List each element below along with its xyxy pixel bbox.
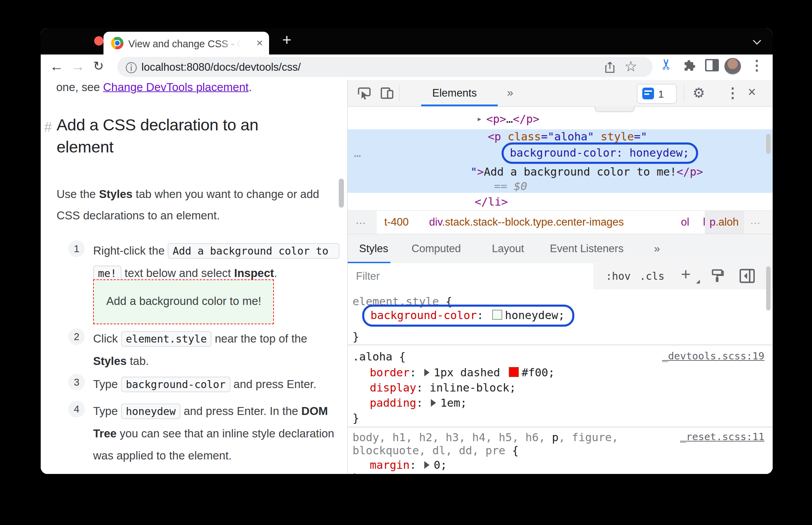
stylesheet-source-link[interactable]: _reset.scss:11 — [680, 431, 764, 443]
text-token: =" — [634, 130, 647, 143]
inspect-element-icon[interactable] — [357, 86, 372, 101]
devtools-menu-icon[interactable]: ⋮ — [726, 85, 740, 101]
profile-avatar[interactable] — [724, 58, 741, 75]
tab-computed[interactable]: Computed — [412, 242, 461, 255]
close-window-button[interactable] — [94, 36, 103, 46]
site-info-icon[interactable]: ⓘ — [126, 60, 137, 76]
dom-node-menu-icon[interactable]: … — [354, 146, 362, 160]
heading-anchor-hash[interactable]: # — [44, 119, 52, 135]
address-bar[interactable]: ⓘ localhost:8080/docs/devtools/css/ ☆ — [117, 57, 653, 77]
text-token: { — [512, 444, 518, 457]
tab-event-listeners[interactable]: Event Listeners — [550, 242, 624, 255]
more-panels-icon[interactable]: » — [507, 86, 513, 99]
device-toolbar-icon[interactable] — [379, 86, 395, 101]
step-number: 1 — [68, 240, 85, 257]
css-declaration[interactable]: display: inline-block; — [370, 381, 516, 394]
breadcrumb-item[interactable]: t-400 — [384, 216, 409, 228]
toolbar-separator — [684, 85, 684, 102]
rendering-emulation-icon[interactable] — [709, 268, 725, 284]
styles-filter-input[interactable]: Filter — [348, 263, 593, 289]
rule-close-brace: } — [353, 330, 359, 343]
doc-scrollbar-thumb[interactable] — [339, 179, 344, 208]
tab-search-chevron-icon[interactable] — [753, 37, 761, 44]
css-declaration[interactable]: padding: 1em; — [370, 396, 467, 409]
text-token: .stack.stack--block.type.center-images — [442, 216, 624, 228]
doc-paragraph: Use the Styles tab when you want to chan… — [57, 184, 343, 226]
breadcrumb-item[interactable]: div.stack.stack--block.type.center-image… — [429, 216, 624, 228]
color-swatch[interactable] — [509, 367, 519, 377]
step-number: 2 — [68, 328, 85, 345]
text-token: display — [370, 381, 416, 394]
dom-tree-row[interactable]: ▸<p>…</p> — [477, 112, 539, 126]
devtools-close-icon[interactable]: × — [748, 84, 756, 100]
breadcrumb-item-selected[interactable]: p.aloh — [705, 211, 743, 234]
text-token: .aloh — [715, 216, 739, 228]
rule-selector[interactable]: blockquote, dl, dd, pre { — [353, 444, 519, 457]
text-token: $0 — [514, 180, 527, 193]
expand-arrow-icon[interactable] — [431, 399, 436, 407]
text-token: figure, — [572, 431, 618, 444]
more-style-tabs-icon[interactable]: » — [654, 242, 660, 255]
text-token: Inspect — [234, 267, 274, 279]
text-token: . — [274, 267, 277, 279]
declaration-highlight-ring[interactable]: background-color: honeydew; — [362, 305, 574, 327]
text-token: class — [501, 130, 541, 143]
side-panel-icon[interactable] — [705, 59, 719, 71]
text-token: blockquote, dl, dd, pre — [353, 444, 512, 457]
devtools-placement-link[interactable]: Change DevTools placement — [103, 81, 249, 93]
expand-arrow-icon[interactable] — [424, 369, 429, 376]
toolbar-separator — [399, 85, 400, 102]
dom-tree: ▸<p>…</p> … <p class="aloha" style=" bac… — [348, 106, 773, 210]
scissors-extension-icon[interactable]: ✂ — [658, 58, 675, 70]
expand-arrow-icon[interactable] — [424, 461, 429, 469]
tab-styles[interactable]: Styles — [359, 242, 388, 255]
extensions-puzzle-icon[interactable] — [682, 59, 696, 72]
breadcrumb-overflow-left[interactable]: … — [348, 211, 377, 234]
tab-elements[interactable]: Elements — [432, 87, 477, 99]
browser-tab[interactable]: View and change CSS - Chrom × — [103, 32, 269, 55]
breadcrumb-item[interactable]: ol — [681, 216, 689, 228]
rule-close-brace: } — [353, 472, 359, 474]
reload-button[interactable]: ↻ — [93, 59, 104, 73]
text-token: border — [370, 366, 410, 379]
stylesheet-source-link[interactable]: _devtools.scss:19 — [662, 350, 764, 362]
text-token: p — [552, 431, 558, 444]
text-token: <p> — [486, 112, 506, 126]
settings-gear-icon[interactable]: ⚙ — [693, 85, 705, 101]
rule-selector[interactable]: .aloha { — [353, 350, 406, 363]
expand-arrow-icon[interactable]: ▸ — [477, 113, 482, 124]
computed-sidebar-toggle-icon[interactable] — [740, 269, 755, 283]
text-token: margin — [370, 458, 410, 472]
text-token: Use the — [57, 188, 99, 200]
back-button[interactable]: ← — [50, 59, 63, 74]
text-token: Add a background color to me! — [484, 165, 677, 178]
css-declaration[interactable]: border: 1px dashed #f00; — [370, 366, 555, 379]
dom-scrollbar-thumb[interactable] — [766, 134, 771, 154]
share-icon[interactable] — [604, 61, 616, 74]
bookmark-star-icon[interactable]: ☆ — [624, 58, 637, 75]
dom-close-li[interactable]: </li> — [475, 195, 508, 208]
dom-selected-node[interactable]: … <p class="aloha" style=" background-co… — [348, 129, 773, 193]
text-token: inline-block; — [429, 381, 516, 394]
forward-button[interactable]: → — [71, 59, 85, 74]
demo-paragraph-box[interactable]: Add a background color to me! — [93, 279, 274, 324]
color-swatch[interactable] — [492, 310, 502, 320]
dom-text-line: ">Add a background color to me!</p> — [471, 165, 703, 178]
tab-close-icon[interactable]: × — [256, 37, 263, 49]
rule-selector[interactable]: body, h1, h2, h3, h4, h5, h6, p, figure, — [353, 431, 618, 444]
text-token: " — [587, 130, 601, 143]
text-token: #f00; — [522, 366, 555, 379]
browser-menu-icon[interactable]: ⋮ — [750, 57, 764, 73]
text-token: Styles — [99, 188, 132, 200]
styles-scrollbar-thumb[interactable] — [766, 266, 771, 310]
toggle-hover-button[interactable]: :hov — [606, 270, 631, 282]
text-token: : — [410, 366, 423, 379]
toggle-class-button[interactable]: .cls — [640, 270, 664, 282]
new-tab-button[interactable]: + — [282, 30, 291, 49]
tab-layout[interactable]: Layout — [492, 242, 524, 255]
new-style-rule-button[interactable]: + — [681, 265, 691, 284]
text-token: <p — [488, 130, 501, 143]
css-declaration[interactable]: margin: 0; — [370, 458, 447, 472]
issues-counter-button[interactable]: 1 — [637, 84, 677, 104]
breadcrumb-overflow-right[interactable]: … — [743, 211, 773, 234]
